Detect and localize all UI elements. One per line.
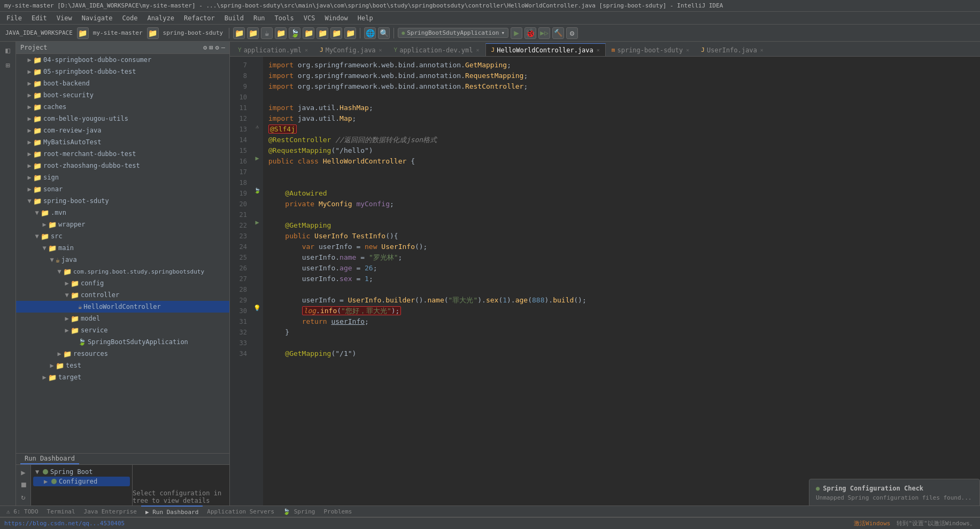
tab-springbootsduty[interactable]: m spring-boot-sduty ✕ bbox=[606, 43, 695, 56]
toolbar-folder-icon[interactable]: 📁 bbox=[77, 27, 89, 39]
project-settings-icon[interactable]: ⚙ bbox=[203, 44, 207, 51]
run-gutter-icon[interactable]: ⚠ bbox=[256, 123, 259, 129]
toolbar-study-icon[interactable]: 📁 bbox=[317, 27, 328, 39]
menu-edit[interactable]: Edit bbox=[27, 13, 51, 23]
run-dashboard-tab[interactable]: Run Dashboard bbox=[20, 454, 79, 464]
tree-item-model[interactable]: ▶ 📁 model bbox=[16, 313, 229, 324]
tree-item-helloworldcontroller[interactable]: ☕ HelloWorldController bbox=[16, 301, 229, 313]
run-play-btn[interactable]: ▶ bbox=[18, 467, 29, 478]
run-stop-btn[interactable]: ⏹ bbox=[18, 479, 29, 490]
tree-item-mybatis[interactable]: ▶ 📁 MyBatisAutoTest bbox=[16, 136, 229, 148]
tree-arrow: ▶ bbox=[26, 91, 33, 99]
tab-close-icon[interactable]: ✕ bbox=[597, 47, 600, 53]
tree-item-springbootapplication[interactable]: 🍃 SpringBootSdutyApplication bbox=[16, 336, 229, 348]
status-tab-problems[interactable]: Problems bbox=[319, 505, 356, 517]
menu-navigate[interactable]: Navigate bbox=[78, 13, 117, 23]
tree-item-test[interactable]: ▶ 📁 test bbox=[16, 360, 229, 371]
menu-window[interactable]: Window bbox=[320, 13, 352, 23]
tree-arrow: ▼ bbox=[41, 244, 48, 252]
tree-item-05springboot[interactable]: ▶ 📁 05-springboot-dubbo-test bbox=[16, 66, 229, 77]
code-content[interactable]: import org.springframework.web.bind.anno… bbox=[263, 57, 980, 505]
tree-item-caches[interactable]: ▶ 📁 caches bbox=[16, 101, 229, 113]
tab-close-icon[interactable]: ✕ bbox=[760, 47, 763, 53]
project-layout-icon[interactable]: ⊞ bbox=[209, 44, 213, 51]
menu-view[interactable]: View bbox=[52, 13, 76, 23]
tree-item-combelle[interactable]: ▶ 📁 com-belle-yougou-utils bbox=[16, 113, 229, 125]
tab-close-icon[interactable]: ✕ bbox=[305, 47, 308, 53]
bean-gutter-icon[interactable]: 🍃 bbox=[254, 188, 260, 193]
menu-file[interactable]: File bbox=[2, 13, 26, 23]
tab-close-icon[interactable]: ✕ bbox=[379, 47, 382, 53]
toolbar-search-icon[interactable]: 🔍 bbox=[378, 27, 390, 39]
tab-application-dev[interactable]: Y application-dev.yml ✕ bbox=[388, 43, 485, 56]
toolbar-controller-icon[interactable]: 📁 bbox=[344, 27, 356, 39]
status-tab-spring[interactable]: 🍃 Spring bbox=[279, 505, 319, 517]
bulb-gutter-icon[interactable]: 💡 bbox=[253, 305, 261, 312]
toolbar-main-icon[interactable]: 📁 bbox=[247, 27, 259, 39]
toolbar-network-icon[interactable]: 🌐 bbox=[364, 27, 376, 39]
tree-item-bootsecurity[interactable]: ▶ 📁 boot-security bbox=[16, 89, 229, 101]
tree-item-sign[interactable]: ▶ 📁 sign bbox=[16, 172, 229, 183]
tree-item-bootbackend[interactable]: ▶ 📁 boot-backend bbox=[16, 77, 229, 89]
run-rerun-btn[interactable]: ↻ bbox=[18, 492, 29, 502]
menu-build[interactable]: Build bbox=[220, 13, 248, 23]
debug-button[interactable]: 🐞 bbox=[524, 27, 536, 39]
tree-item-service[interactable]: ▶ 📁 service bbox=[16, 324, 229, 336]
toolbar-spring-icon[interactable]: 🍃 bbox=[289, 27, 300, 39]
run-button[interactable]: ▶ bbox=[511, 27, 522, 39]
tab-myconfig[interactable]: J MyConfig.java ✕ bbox=[314, 43, 388, 56]
project-gear-icon[interactable]: ⚙ bbox=[215, 44, 219, 51]
menu-tools[interactable]: Tools bbox=[271, 13, 298, 23]
toolbar-com-icon[interactable]: 📁 bbox=[275, 27, 287, 39]
tree-item-main[interactable]: ▼ 📁 main bbox=[16, 242, 229, 254]
tree-item-config[interactable]: ▶ 📁 config bbox=[16, 277, 229, 289]
status-tab-todo[interactable]: ⚠ 6: TODO bbox=[2, 505, 43, 517]
toolbar-project-icon[interactable]: 📁 bbox=[147, 27, 159, 39]
tab-application-yml[interactable]: Y application.yml ✕ bbox=[232, 43, 314, 56]
tree-item-java[interactable]: ▼ ☕ java bbox=[16, 254, 229, 266]
tree-item-sonar[interactable]: ▶ 📁 sonar bbox=[16, 183, 229, 195]
tab-helloworldcontroller[interactable]: J HelloWorldController.java ✕ bbox=[485, 43, 606, 56]
tree-item-rootzhaoshang[interactable]: ▶ 📁 root-zhaoshang-dubbo-test bbox=[16, 160, 229, 172]
status-tab-terminal[interactable]: Terminal bbox=[43, 505, 80, 517]
menu-vcs[interactable]: VCS bbox=[299, 13, 320, 23]
toolbar-java-icon[interactable]: ☕ bbox=[261, 27, 273, 39]
status-tab-appservers[interactable]: Application Servers bbox=[203, 505, 279, 517]
tree-item-rootmerchant[interactable]: ▶ 📁 root-merchant-dubbo-test bbox=[16, 148, 229, 160]
menu-code[interactable]: Code bbox=[118, 13, 142, 23]
tab-userinfo[interactable]: J UserInfo.java ✕ bbox=[695, 43, 769, 56]
menu-run[interactable]: Run bbox=[249, 13, 269, 23]
tree-item-04springboot[interactable]: ▶ 📁 04-springboot-dubbo-consumer bbox=[16, 54, 229, 66]
tree-item-wrapper[interactable]: ▶ 📁 wrapper bbox=[16, 219, 229, 230]
tab-close-icon[interactable]: ✕ bbox=[476, 47, 480, 53]
sidebar-icon-2[interactable]: ⊞ bbox=[2, 59, 14, 72]
toolbar-springbootsduty-icon[interactable]: 📁 bbox=[330, 27, 342, 39]
run-gutter-icon[interactable]: ▶ bbox=[255, 154, 259, 162]
run-config-dropdown[interactable]: ● SpringBootSdutyApplication ▾ bbox=[398, 28, 508, 38]
coverage-button[interactable]: ▶▷ bbox=[538, 27, 550, 39]
menu-refactor[interactable]: Refactor bbox=[180, 13, 219, 23]
run-tree-configured[interactable]: ▶ Configured bbox=[33, 477, 130, 486]
build-button[interactable]: 🔨 bbox=[552, 27, 564, 39]
tree-item-comspring[interactable]: ▼ 📁 com.spring.boot.study.springbootsdut… bbox=[16, 266, 229, 277]
run-gutter-icon-22[interactable]: ▶ bbox=[255, 219, 259, 226]
menu-help[interactable]: Help bbox=[353, 13, 377, 23]
status-tab-javaenterprise[interactable]: Java Enterprise bbox=[80, 505, 141, 517]
code-editor[interactable]: 7 8 9 10 11 12 13 14 15 16 17 18 19 20 2… bbox=[230, 57, 980, 505]
tree-item-resources[interactable]: ▶ 📁 resources bbox=[16, 348, 229, 360]
toolbar-boot-icon[interactable]: 📁 bbox=[303, 27, 314, 39]
tree-item-controller[interactable]: ▼ 📁 controller bbox=[16, 289, 229, 301]
run-tree-springboot[interactable]: ▼ Spring Boot bbox=[33, 467, 130, 477]
sidebar-icon-1[interactable]: ◧ bbox=[2, 44, 14, 57]
project-close-icon[interactable]: — bbox=[221, 44, 225, 51]
status-tab-rundashboard[interactable]: ▶ Run Dashboard bbox=[141, 505, 203, 517]
settings-button[interactable]: ⚙ bbox=[566, 27, 578, 39]
tree-item-springbootsduty[interactable]: ▼ 📁 spring-boot-sduty bbox=[16, 195, 229, 207]
toolbar-src-icon[interactable]: 📁 bbox=[233, 27, 245, 39]
tree-item-comreview[interactable]: ▶ 📁 com-review-java bbox=[16, 125, 229, 136]
tree-item-src[interactable]: ▼ 📁 src bbox=[16, 230, 229, 242]
tree-item-mvn[interactable]: ▼ 📁 .mvn bbox=[16, 207, 229, 219]
tree-item-target[interactable]: ▶ 📁 target bbox=[16, 371, 229, 383]
menu-analyze[interactable]: Analyze bbox=[143, 13, 179, 23]
tab-close-icon[interactable]: ✕ bbox=[686, 47, 689, 53]
